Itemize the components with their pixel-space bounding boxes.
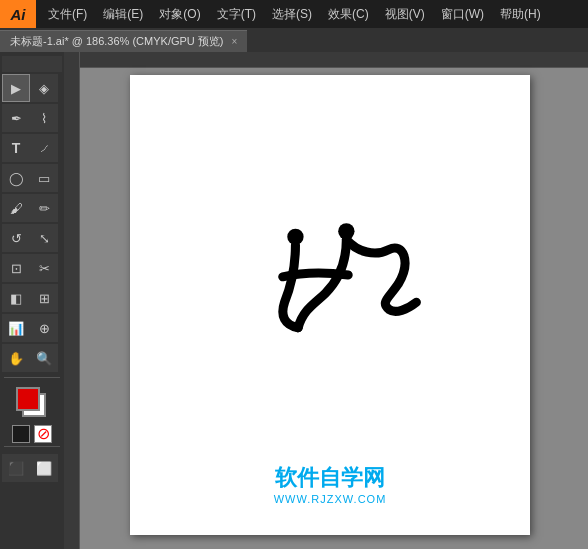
selection-tool[interactable]: ▶ — [2, 74, 30, 102]
tool-row-2: ✒ ⌇ — [2, 104, 62, 132]
tool-row-3: T ⟋ — [2, 134, 62, 162]
paintbrush-tool[interactable]: 🖌 — [2, 194, 30, 222]
menu-bar: 文件(F) 编辑(E) 对象(O) 文字(T) 选择(S) 效果(C) 视图(V… — [36, 0, 588, 28]
menu-effect[interactable]: 效果(C) — [320, 0, 377, 28]
type-tool[interactable]: T — [2, 134, 30, 162]
zoom-tool[interactable]: 🔍 — [30, 344, 58, 372]
mesh-tool[interactable]: ⊞ — [30, 284, 58, 312]
logo-text: Ai — [11, 6, 26, 23]
canvas-document: 软件自学网 WWW.RJZXW.COM — [130, 75, 530, 535]
document-tab[interactable]: 未标题-1.ai* @ 186.36% (CMYK/GPU 预览) × — [0, 30, 247, 52]
tab-close-button[interactable]: × — [232, 36, 238, 47]
rotate-tool[interactable]: ↺ — [2, 224, 30, 252]
watermark-text: 软件自学网 — [274, 463, 387, 493]
tool-row-1: ▶ ◈ — [2, 74, 62, 102]
tool-row-8: ◧ ⊞ — [2, 284, 62, 312]
menu-text[interactable]: 文字(T) — [209, 0, 264, 28]
tab-label: 未标题-1.ai* @ 186.36% (CMYK/GPU 预览) — [10, 34, 224, 49]
watermark: 软件自学网 WWW.RJZXW.COM — [274, 463, 387, 505]
tool-divider — [4, 377, 60, 378]
color-boxes[interactable] — [14, 385, 50, 421]
gradient-tool[interactable]: ◧ — [2, 284, 30, 312]
ellipse-tool[interactable]: ◯ — [2, 164, 30, 192]
ruler-corner — [2, 56, 62, 72]
tool-row-6: ↺ ⤡ — [2, 224, 62, 252]
blend-tool[interactable]: ⊕ — [30, 314, 58, 342]
graph-tool[interactable]: 📊 — [2, 314, 30, 342]
curvature-tool[interactable]: ⌇ — [30, 104, 58, 132]
line-tool[interactable]: ⟋ — [30, 134, 58, 162]
ruler-left — [64, 52, 80, 549]
hand-tool[interactable]: ✋ — [2, 344, 30, 372]
change-screen-mode[interactable]: ⬛ — [2, 454, 30, 482]
swap-colors-btn[interactable] — [12, 425, 30, 443]
artwork-svg — [230, 210, 430, 340]
artboard-tool[interactable]: ⬜ — [30, 454, 58, 482]
title-bar: Ai 文件(F) 编辑(E) 对象(O) 文字(T) 选择(S) 效果(C) 视… — [0, 0, 588, 28]
tool-divider-2 — [4, 446, 60, 447]
view-tools: ⬛ ⬜ — [2, 454, 62, 482]
tool-row-9: 📊 ⊕ — [2, 314, 62, 342]
eraser-tool[interactable]: ⊡ — [2, 254, 30, 282]
none-color-btn[interactable]: ⊘ — [34, 425, 52, 443]
menu-help[interactable]: 帮助(H) — [492, 0, 549, 28]
tab-bar: 未标题-1.ai* @ 186.36% (CMYK/GPU 预览) × — [0, 28, 588, 52]
tool-row-5: 🖌 ✏ — [2, 194, 62, 222]
watermark-url: WWW.RJZXW.COM — [274, 493, 387, 505]
direct-selection-tool[interactable]: ◈ — [30, 74, 58, 102]
artwork-container — [130, 52, 530, 505]
canvas-area: 软件自学网 WWW.RJZXW.COM — [64, 52, 588, 549]
scissors-tool[interactable]: ✂ — [30, 254, 58, 282]
rectangle-tool[interactable]: ▭ — [30, 164, 58, 192]
bottom-tools: ⬛ ⬜ — [2, 454, 62, 484]
pencil-tool[interactable]: ✏ — [30, 194, 58, 222]
menu-edit[interactable]: 编辑(E) — [95, 0, 151, 28]
menu-select[interactable]: 选择(S) — [264, 0, 320, 28]
tool-row-4: ◯ ▭ — [2, 164, 62, 192]
scale-tool[interactable]: ⤡ — [30, 224, 58, 252]
tool-row-7: ⊡ ✂ — [2, 254, 62, 282]
menu-file[interactable]: 文件(F) — [40, 0, 95, 28]
menu-object[interactable]: 对象(O) — [151, 0, 208, 28]
foreground-color-box[interactable] — [16, 387, 40, 411]
menu-window[interactable]: 窗口(W) — [433, 0, 492, 28]
toolbar: ▶ ◈ ✒ ⌇ T ⟋ ◯ ▭ 🖌 ✏ ↺ ⤡ ⊡ ✂ ◧ ⊞ — [0, 52, 64, 549]
color-section: ⊘ — [12, 385, 52, 443]
menu-view[interactable]: 视图(V) — [377, 0, 433, 28]
app-logo: Ai — [0, 0, 36, 28]
tool-row-10: ✋ 🔍 — [2, 344, 62, 372]
pen-tool[interactable]: ✒ — [2, 104, 30, 132]
workspace: ▶ ◈ ✒ ⌇ T ⟋ ◯ ▭ 🖌 ✏ ↺ ⤡ ⊡ ✂ ◧ ⊞ — [0, 52, 588, 549]
